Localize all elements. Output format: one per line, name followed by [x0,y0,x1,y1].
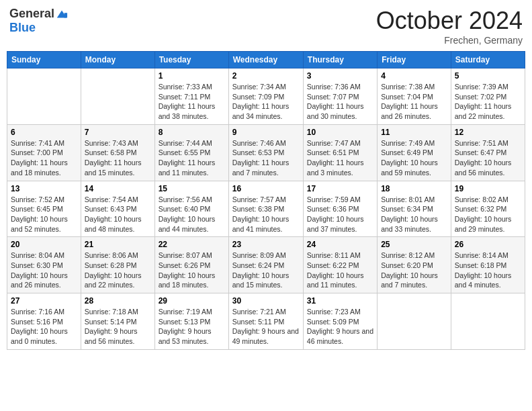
weekday-header-sunday: Sunday [7,52,81,68]
calendar-cell: 26Sunrise: 8:14 AM Sunset: 6:18 PM Dayli… [451,237,525,293]
calendar-cell: 31Sunrise: 7:23 AM Sunset: 5:09 PM Dayli… [303,293,377,350]
day-info: Sunrise: 7:39 AM Sunset: 7:02 PM Dayligh… [455,82,521,122]
day-number: 15 [159,184,225,193]
weekday-header-row: SundayMondayTuesdayWednesdayThursdayFrid… [7,52,525,68]
day-number: 31 [307,296,373,306]
day-info: Sunrise: 7:21 AM Sunset: 5:11 PM Dayligh… [232,307,300,347]
calendar-cell: 17Sunrise: 7:59 AM Sunset: 6:36 PM Dayli… [303,181,377,237]
day-number: 16 [232,184,300,193]
calendar-cell: 22Sunrise: 8:07 AM Sunset: 6:26 PM Dayli… [154,237,228,293]
calendar-week-row: 20Sunrise: 8:04 AM Sunset: 6:30 PM Dayli… [7,237,525,293]
day-info: Sunrise: 7:47 AM Sunset: 6:51 PM Dayligh… [307,138,373,178]
day-number: 2 [232,71,300,81]
calendar-cell: 27Sunrise: 7:16 AM Sunset: 5:16 PM Dayli… [7,293,81,350]
day-info: Sunrise: 7:46 AM Sunset: 6:53 PM Dayligh… [232,138,300,178]
calendar-table: SundayMondayTuesdayWednesdayThursdayFrid… [7,51,525,350]
calendar-week-row: 1Sunrise: 7:33 AM Sunset: 7:11 PM Daylig… [7,68,525,125]
day-info: Sunrise: 7:43 AM Sunset: 6:58 PM Dayligh… [85,138,151,178]
day-info: Sunrise: 7:38 AM Sunset: 7:04 PM Dayligh… [381,82,447,122]
calendar-cell: 10Sunrise: 7:47 AM Sunset: 6:51 PM Dayli… [303,124,377,181]
logo: General Blue [9,7,68,35]
day-number: 10 [307,128,373,137]
day-number: 20 [11,240,77,249]
day-number: 24 [307,240,373,249]
day-number: 29 [159,296,225,306]
day-number: 9 [232,128,300,137]
calendar-cell [7,68,81,125]
day-number: 5 [455,71,521,81]
calendar-cell: 18Sunrise: 8:01 AM Sunset: 6:34 PM Dayli… [378,181,451,237]
day-info: Sunrise: 8:01 AM Sunset: 6:34 PM Dayligh… [381,195,447,234]
day-number: 25 [381,240,447,249]
calendar-cell [378,293,451,350]
day-info: Sunrise: 7:59 AM Sunset: 6:36 PM Dayligh… [307,195,373,234]
calendar-cell: 20Sunrise: 8:04 AM Sunset: 6:30 PM Dayli… [7,237,81,293]
calendar-cell: 7Sunrise: 7:43 AM Sunset: 6:58 PM Daylig… [81,124,154,181]
calendar-cell: 29Sunrise: 7:19 AM Sunset: 5:13 PM Dayli… [154,293,228,350]
calendar-cell: 15Sunrise: 7:56 AM Sunset: 6:40 PM Dayli… [154,181,228,237]
day-number: 30 [232,296,300,306]
weekday-header-thursday: Thursday [303,52,377,68]
day-number: 17 [307,184,373,193]
logo-general-text: General [9,7,54,21]
day-info: Sunrise: 7:57 AM Sunset: 6:38 PM Dayligh… [232,195,300,234]
month-title: October 2024 [376,7,523,35]
day-info: Sunrise: 7:51 AM Sunset: 6:47 PM Dayligh… [455,138,521,178]
day-info: Sunrise: 8:14 AM Sunset: 6:18 PM Dayligh… [455,250,521,290]
day-info: Sunrise: 8:11 AM Sunset: 6:22 PM Dayligh… [307,250,373,290]
day-info: Sunrise: 7:16 AM Sunset: 5:16 PM Dayligh… [11,307,77,347]
day-number: 6 [11,128,77,137]
calendar-cell: 23Sunrise: 8:09 AM Sunset: 6:24 PM Dayli… [228,237,303,293]
day-info: Sunrise: 7:33 AM Sunset: 7:11 PM Dayligh… [159,82,225,122]
day-number: 28 [85,296,151,306]
day-number: 27 [11,296,77,306]
day-number: 11 [381,128,447,137]
page-header: General Blue October 2024 Frechen, Germa… [7,7,525,46]
calendar-week-row: 27Sunrise: 7:16 AM Sunset: 5:16 PM Dayli… [7,293,525,350]
calendar-cell: 25Sunrise: 8:12 AM Sunset: 6:20 PM Dayli… [378,237,451,293]
calendar-week-row: 6Sunrise: 7:41 AM Sunset: 7:00 PM Daylig… [7,124,525,181]
day-number: 14 [85,184,151,193]
day-info: Sunrise: 8:02 AM Sunset: 6:32 PM Dayligh… [455,195,521,234]
calendar-cell [81,68,154,125]
calendar-cell: 14Sunrise: 7:54 AM Sunset: 6:43 PM Dayli… [81,181,154,237]
logo-icon [56,8,68,20]
calendar-cell: 4Sunrise: 7:38 AM Sunset: 7:04 PM Daylig… [378,68,451,125]
weekday-header-tuesday: Tuesday [154,52,228,68]
calendar-week-row: 13Sunrise: 7:52 AM Sunset: 6:45 PM Dayli… [7,181,525,237]
calendar-cell: 13Sunrise: 7:52 AM Sunset: 6:45 PM Dayli… [7,181,81,237]
day-number: 1 [159,71,225,81]
calendar-cell [451,293,525,350]
calendar-cell: 16Sunrise: 7:57 AM Sunset: 6:38 PM Dayli… [228,181,303,237]
day-info: Sunrise: 7:36 AM Sunset: 7:07 PM Dayligh… [307,82,373,122]
day-number: 23 [232,240,300,249]
calendar-cell: 8Sunrise: 7:44 AM Sunset: 6:55 PM Daylig… [154,124,228,181]
calendar-cell: 21Sunrise: 8:06 AM Sunset: 6:28 PM Dayli… [81,237,154,293]
logo-blue-text: Blue [9,21,36,35]
day-info: Sunrise: 7:49 AM Sunset: 6:49 PM Dayligh… [381,138,447,178]
day-info: Sunrise: 7:41 AM Sunset: 7:00 PM Dayligh… [11,138,77,178]
calendar-cell: 11Sunrise: 7:49 AM Sunset: 6:49 PM Dayli… [378,124,451,181]
calendar-cell: 30Sunrise: 7:21 AM Sunset: 5:11 PM Dayli… [228,293,303,350]
day-number: 22 [159,240,225,249]
day-number: 3 [307,71,373,81]
day-info: Sunrise: 8:07 AM Sunset: 6:26 PM Dayligh… [159,250,225,290]
calendar-cell: 6Sunrise: 7:41 AM Sunset: 7:00 PM Daylig… [7,124,81,181]
day-info: Sunrise: 8:12 AM Sunset: 6:20 PM Dayligh… [381,250,447,290]
day-number: 13 [11,184,77,193]
day-number: 7 [85,128,151,137]
calendar-cell: 5Sunrise: 7:39 AM Sunset: 7:02 PM Daylig… [451,68,525,125]
day-info: Sunrise: 7:54 AM Sunset: 6:43 PM Dayligh… [85,195,151,234]
day-info: Sunrise: 8:09 AM Sunset: 6:24 PM Dayligh… [232,250,300,290]
day-number: 19 [455,184,521,193]
calendar-cell: 28Sunrise: 7:18 AM Sunset: 5:14 PM Dayli… [81,293,154,350]
day-number: 12 [455,128,521,137]
day-info: Sunrise: 8:04 AM Sunset: 6:30 PM Dayligh… [11,250,77,290]
calendar-cell: 19Sunrise: 8:02 AM Sunset: 6:32 PM Dayli… [451,181,525,237]
day-number: 4 [381,71,447,81]
calendar-cell: 24Sunrise: 8:11 AM Sunset: 6:22 PM Dayli… [303,237,377,293]
day-info: Sunrise: 7:23 AM Sunset: 5:09 PM Dayligh… [307,307,373,347]
day-number: 21 [85,240,151,249]
day-info: Sunrise: 7:56 AM Sunset: 6:40 PM Dayligh… [159,195,225,234]
calendar-cell: 12Sunrise: 7:51 AM Sunset: 6:47 PM Dayli… [451,124,525,181]
